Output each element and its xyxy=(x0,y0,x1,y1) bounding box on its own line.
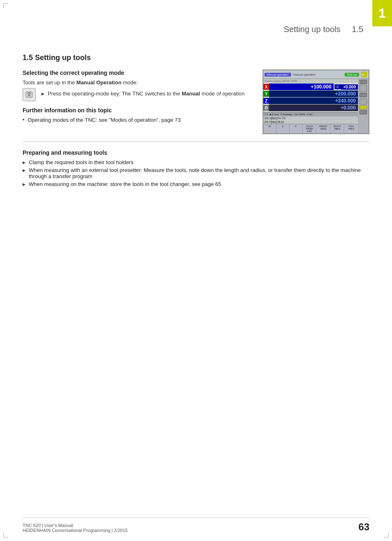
page-number: 63 xyxy=(358,521,369,533)
tnc-softkey-s[interactable]: S xyxy=(277,124,290,133)
tnc-softkey-row: M S F TOUCHPROBEAXIS PRESETTABLE 3D ROTT… xyxy=(263,124,358,133)
instruction-row: Press the operating-mode key: The TNC sw… xyxy=(23,88,254,101)
tnc-btn-2[interactable] xyxy=(360,85,367,92)
tnc-btn-3[interactable] xyxy=(360,93,367,97)
tnc-test-label: Test run xyxy=(345,73,359,77)
instruction-text: Press the operating-mode key: The TNC sw… xyxy=(42,88,244,98)
tnc-mode-label: Manual operation xyxy=(265,73,291,77)
tnc-status-t: T 1 xyxy=(265,113,268,116)
tnc-btn-4[interactable] xyxy=(360,99,367,104)
tnc-sub-label: Manual operation xyxy=(293,73,345,76)
tnc-softkey-m[interactable]: M xyxy=(263,124,277,133)
tnc-c-value: +0.000 xyxy=(341,84,358,90)
tnc-btn-1[interactable] xyxy=(360,80,367,84)
page-footer: TNC 620 | User's Manual HEIDENHAIN Conve… xyxy=(23,518,369,533)
section-divider xyxy=(23,142,369,142)
preparing-section: Preparing and measuring tools Clamp the … xyxy=(23,149,369,187)
svg-text:H: H xyxy=(362,73,364,76)
tnc-softkey-f[interactable]: F xyxy=(290,124,303,133)
tnc-status-row: T 1 ■ E Axis F Overlaps Ovr 100% # 5/0 xyxy=(263,112,358,116)
tnc-z-label: Z xyxy=(263,98,269,104)
tnc-x-value: +100.000 xyxy=(269,84,334,90)
tnc-feed-row2: 0% Y[Nm] 09:10 xyxy=(263,120,358,124)
page-header: Setting up tools 1.5 xyxy=(284,25,363,34)
tnc-logo-icon: H xyxy=(361,71,367,78)
tnc-b-label: B xyxy=(263,105,269,111)
tnc-screen: Manual operation Manual operation Test r… xyxy=(263,70,369,134)
manual-key-icon xyxy=(23,88,36,101)
arrow-bullet-1: Press the operating-mode key: The TNC sw… xyxy=(42,91,244,97)
tnc-status-e: ■ E Axis xyxy=(270,113,279,116)
tnc-softkey-3drot[interactable]: 3D ROTTABLE xyxy=(330,124,344,133)
tnc-status-f: F Overlaps xyxy=(281,113,293,116)
section-number-tab: 1 xyxy=(372,0,392,26)
tnc-status-ovr: Ovr 100% xyxy=(294,113,305,116)
further-info-heading: Further information on this topic xyxy=(23,107,254,114)
preparing-bullet-1: Clamp the required tools in their tool h… xyxy=(23,159,369,165)
corner-mark-tl xyxy=(3,3,8,8)
tnc-screen-container: Manual operation Manual operation Test r… xyxy=(263,70,369,134)
tnc-status-hash: # 5/0 xyxy=(307,113,312,116)
tnc-x-label: X xyxy=(263,84,269,90)
tnc-feed-row1: 0% X[Nm] P4 -T4 xyxy=(263,116,358,120)
further-info-bullet: Operating modes of the TNC: see "Modes o… xyxy=(23,117,254,123)
subsection1-heading: Selecting the correct operating mode xyxy=(23,70,254,76)
preparing-bullet-2: When measuring with an external tool pre… xyxy=(23,167,369,179)
tnc-softkey-tool[interactable]: TOOLTABLE xyxy=(344,124,358,133)
preparing-heading: Preparing and measuring tools xyxy=(23,149,369,156)
tnc-position-label: Position display MODE: NOM. xyxy=(263,79,358,83)
tnc-softkey-touch[interactable]: TOUCHPROBEAXIS xyxy=(303,124,317,133)
main-content: 1.5 Setting up tools Selecting the corre… xyxy=(23,53,369,189)
svg-rect-1 xyxy=(28,94,30,96)
tnc-main-display: Position display MODE: NOM. X +100.000 C… xyxy=(263,79,358,133)
tnc-btn-5[interactable] xyxy=(360,110,367,114)
tnc-btn-yellow-1[interactable] xyxy=(360,105,367,109)
tnc-y-label: Y xyxy=(263,91,269,97)
two-col-layout: Selecting the correct operating mode Too… xyxy=(23,70,369,134)
preparing-bullet-3: When measuring on the machine: store the… xyxy=(23,181,369,187)
intro-text: Tools are set up in the Manual Operation… xyxy=(23,79,254,86)
header-title: Setting up tools 1.5 xyxy=(284,25,363,34)
corner-mark-bl xyxy=(3,533,8,538)
tnc-b-value: +0.000 xyxy=(269,104,358,111)
tnc-z-value: +240.000 xyxy=(269,98,358,104)
corner-mark-br xyxy=(384,533,389,538)
further-info: Further information on this topic Operat… xyxy=(23,107,254,123)
section-heading: 1.5 Setting up tools xyxy=(23,53,369,62)
tnc-right-buttons xyxy=(358,79,369,133)
tnc-softkey-preset[interactable]: PRESETTABLE xyxy=(316,124,330,133)
footer-left: TNC 620 | User's Manual HEIDENHAIN Conve… xyxy=(23,523,128,533)
col-left: Selecting the correct operating mode Too… xyxy=(23,70,254,133)
tnc-c-label: C xyxy=(334,84,341,89)
tnc-y-value: +200.000 xyxy=(269,91,358,97)
